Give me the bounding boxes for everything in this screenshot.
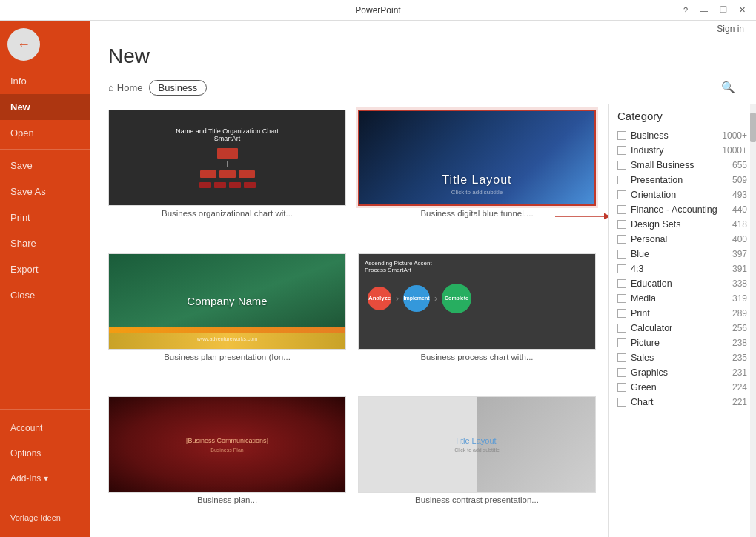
category-name: Green — [631, 382, 728, 393]
category-checkbox[interactable] — [617, 294, 626, 303]
category-name: 4:3 — [631, 264, 728, 274]
category-name: Orientation — [631, 190, 728, 200]
template-thumbnail: Company Name www.adventureworks.com — [108, 253, 346, 350]
category-count: 509 — [732, 175, 747, 185]
template-thumbnail: Title Layout Click to add subtitle — [358, 396, 596, 493]
category-checkbox[interactable] — [617, 235, 626, 244]
category-count: 1000+ — [722, 130, 747, 141]
template-item[interactable]: Ascending Picture AccentProcess SmartArt… — [358, 253, 596, 388]
page-title: New — [108, 44, 738, 68]
category-count: 231 — [732, 367, 747, 378]
category-checkbox[interactable] — [617, 398, 626, 407]
category-name: Small Business — [631, 160, 728, 170]
category-checkbox[interactable] — [617, 383, 626, 392]
category-item[interactable]: Orientation 493 — [617, 187, 747, 202]
breadcrumb-current[interactable]: Business — [149, 80, 208, 96]
search-button[interactable]: 🔍 — [717, 77, 738, 98]
template-item[interactable]: [Business Communications] Business Plan … — [108, 396, 346, 531]
title-bar: PowerPoint ? — ❐ ✕ — [0, 0, 756, 21]
category-item[interactable]: Presentation 509 — [617, 173, 747, 187]
category-item[interactable]: Graphics 231 — [617, 365, 747, 380]
category-checkbox[interactable] — [617, 338, 626, 347]
category-name: Business — [631, 130, 717, 141]
category-item[interactable]: Blue 397 — [617, 247, 747, 261]
app-title: PowerPoint — [355, 5, 400, 16]
sidebar-item-options[interactable]: Options — [0, 441, 90, 466]
category-item[interactable]: Personal 400 — [617, 232, 747, 247]
category-checkbox[interactable] — [617, 368, 626, 377]
category-item[interactable]: Small Business 655 — [617, 158, 747, 173]
sidebar-item-share[interactable]: Share — [0, 230, 90, 256]
sidebar-item-info[interactable]: Info — [0, 68, 90, 94]
sidebar: ← Info New Open Save Save As Print Share… — [0, 21, 90, 537]
category-item[interactable]: Design Sets 418 — [617, 217, 747, 232]
category-checkbox[interactable] — [617, 220, 626, 229]
sidebar-item-save[interactable]: Save — [0, 153, 90, 179]
arrow-annotation — [555, 207, 608, 225]
sidebar-item-print[interactable]: Print — [0, 204, 90, 230]
breadcrumb-home[interactable]: ⌂ Home — [108, 82, 143, 93]
category-checkbox[interactable] — [617, 190, 626, 199]
sidebar-item-open[interactable]: Open — [0, 120, 90, 146]
category-item[interactable]: Media 319 — [617, 291, 747, 306]
template-item[interactable]: Name and Title Organization ChartSmartAr… — [108, 110, 346, 244]
page-header: New — [90, 37, 756, 74]
category-count: 221 — [732, 397, 747, 407]
category-item[interactable]: Industry 1000+ — [617, 143, 747, 158]
signin-link[interactable]: Sign in — [717, 24, 744, 34]
category-item[interactable]: Green 224 — [617, 380, 747, 395]
category-checkbox[interactable] — [617, 264, 626, 273]
home-icon: ⌂ — [108, 82, 114, 93]
breadcrumb-row: ⌂ Home Business 🔍 — [90, 74, 756, 104]
category-panel: Category Business 1000+ Industry 1000+ S… — [608, 104, 756, 537]
category-checkbox[interactable] — [617, 131, 626, 140]
category-checkbox[interactable] — [617, 176, 626, 184]
category-checkbox[interactable] — [617, 146, 626, 155]
category-item[interactable]: Finance - Accounting 440 — [617, 202, 747, 217]
category-item[interactable]: Chart 221 — [617, 395, 747, 410]
search-icon: 🔍 — [721, 81, 735, 94]
category-name: Picture — [631, 338, 728, 348]
category-checkbox[interactable] — [617, 279, 626, 288]
category-name: Print — [631, 308, 728, 318]
sidebar-item-close[interactable]: Close — [0, 282, 90, 308]
category-item[interactable]: Sales 235 — [617, 350, 747, 365]
templates-grid: Name and Title Organization ChartSmartAr… — [90, 104, 608, 537]
category-checkbox[interactable] — [617, 324, 626, 333]
sidebar-item-new[interactable]: New — [0, 94, 90, 120]
sidebar-item-addins[interactable]: Add-Ins ▾ — [0, 466, 90, 491]
category-checkbox[interactable] — [617, 205, 626, 214]
sidebar-vorlage[interactable]: Vorlage Ideen — [0, 506, 90, 530]
restore-button[interactable]: ❐ — [715, 4, 732, 16]
category-checkbox[interactable] — [617, 161, 626, 170]
category-count: 391 — [732, 264, 747, 274]
help-button[interactable]: ? — [679, 4, 692, 16]
category-item[interactable]: Picture 238 — [617, 336, 747, 350]
minimize-button[interactable]: — — [695, 4, 712, 16]
template-thumbnail: [Business Communications] Business Plan — [108, 396, 346, 493]
category-count: 397 — [732, 249, 747, 259]
template-label: Business organizational chart wit... — [108, 209, 346, 218]
sidebar-item-account[interactable]: Account — [0, 416, 90, 441]
category-name: Blue — [631, 249, 728, 259]
sidebar-item-save-as[interactable]: Save As — [0, 179, 90, 204]
back-button[interactable]: ← — [7, 28, 40, 61]
category-item[interactable]: Education 338 — [617, 276, 747, 291]
close-button[interactable]: ✕ — [735, 4, 750, 16]
category-checkbox[interactable] — [617, 353, 626, 362]
category-count: 400 — [732, 234, 747, 244]
templates-area: Name and Title Organization ChartSmartAr… — [90, 104, 756, 537]
sidebar-item-export[interactable]: Export — [0, 256, 90, 282]
category-checkbox[interactable] — [617, 250, 626, 259]
category-item[interactable]: Print 289 — [617, 306, 747, 321]
template-item[interactable]: Company Name www.adventureworks.com Busi… — [108, 253, 346, 388]
category-count: 238 — [732, 338, 747, 348]
category-item[interactable]: 4:3 391 — [617, 261, 747, 276]
template-item[interactable]: Title Layout Click to add subtitle Busin… — [358, 110, 596, 244]
app-body: ← Info New Open Save Save As Print Share… — [0, 21, 756, 537]
category-item[interactable]: Calculator 256 — [617, 321, 747, 336]
template-thumbnail: Name and Title Organization ChartSmartAr… — [108, 110, 346, 206]
category-checkbox[interactable] — [617, 309, 626, 318]
category-item[interactable]: Business 1000+ — [617, 128, 747, 143]
template-item[interactable]: Title Layout Click to add subtitle Busin… — [358, 396, 596, 531]
